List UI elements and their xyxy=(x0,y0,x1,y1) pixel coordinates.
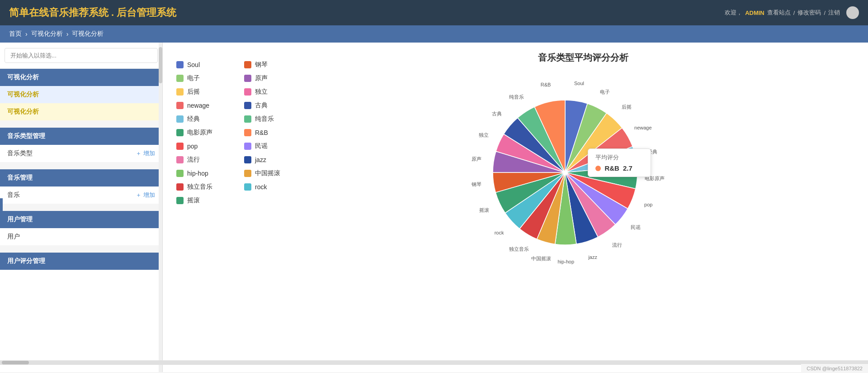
tooltip: 平均评分 R&B 2.7 xyxy=(588,148,651,177)
tooltip-row: R&B 2.7 xyxy=(595,164,643,172)
tooltip-dot xyxy=(595,166,601,171)
sidebar-item-music-type-label: 音乐类型 xyxy=(7,149,33,158)
add-music-button[interactable]: ＋ 增加 xyxy=(136,191,155,199)
legend-label: jazz xyxy=(255,156,266,163)
legend-label: 原声 xyxy=(255,74,268,82)
legend-item: 古典 xyxy=(244,101,294,110)
legend-item: 钢琴 xyxy=(244,61,294,69)
breadcrumb-viz[interactable]: 可视化分析 xyxy=(31,30,63,38)
legend-color xyxy=(244,143,251,150)
legend-item: hip-hop xyxy=(176,169,226,177)
legend-color xyxy=(176,75,184,82)
sidebar-item-user[interactable]: 用户 xyxy=(0,228,162,245)
pie-label: 钢琴 xyxy=(471,182,481,187)
content-area: Soul钢琴电子原声后摇独立newage古典经典纯音乐电影原声R&Bpop民谣流… xyxy=(163,43,868,372)
pie-label: 后摇 xyxy=(622,104,632,110)
legend-color xyxy=(176,143,184,150)
chart-container: 音乐类型平均评分分析 Soul电子后摇newage经典电影原声pop民谣流行ja… xyxy=(312,52,854,272)
legend-item: 后摇 xyxy=(176,88,226,96)
legend-label: 独立 xyxy=(255,88,268,96)
legend-color xyxy=(244,129,251,136)
sidebar-divider-1 xyxy=(0,120,162,128)
change-password-link[interactable]: 修改密码 xyxy=(797,9,821,17)
pie-label: 中国摇滚 xyxy=(531,256,551,261)
pie-label: 古典 xyxy=(492,111,502,116)
pie-label: 独立 xyxy=(479,132,489,138)
pie-label: 电子 xyxy=(600,89,610,95)
legend-label: newage xyxy=(187,102,209,109)
legend-label: rock xyxy=(255,183,267,191)
pie-chart: Soul电子后摇newage经典电影原声pop民谣流行jazzhip-hop中国… xyxy=(466,73,701,272)
horizontal-scrollbar-thumb xyxy=(2,361,29,364)
tooltip-title: 平均评分 xyxy=(595,153,643,162)
legend-item: newage xyxy=(176,101,226,110)
legend-color xyxy=(244,115,251,123)
legend-color xyxy=(176,129,184,136)
sidebar-item-viz-header[interactable]: 可视化分析 xyxy=(0,86,162,103)
tooltip-value: 2.7 xyxy=(623,164,632,172)
legend-label: 纯音乐 xyxy=(255,115,274,123)
legend-label: hip-hop xyxy=(187,170,208,177)
legend-item: R&B xyxy=(244,129,294,137)
breadcrumb: 首页 › 可视化分析 › 可视化分析 xyxy=(0,25,868,43)
main-layout: 可视化分析 可视化分析 可视化分析 音乐类型管理 音乐类型 ＋ 增加 音乐管理 … xyxy=(0,43,868,372)
sidebar-section-music-type: 音乐类型管理 xyxy=(0,128,162,145)
sidebar-collapse-button[interactable]: « xyxy=(0,198,3,216)
chart-title: 音乐类型平均评分分析 xyxy=(538,52,628,64)
sidebar-item-viz-header-label: 可视化分析 xyxy=(7,91,39,99)
pie-label: jazz xyxy=(588,254,597,260)
legend-item: 摇滚 xyxy=(176,196,226,205)
sidebar-scrollbar[interactable] xyxy=(159,43,162,372)
legend-color xyxy=(176,183,184,191)
legend-item: 民谣 xyxy=(244,142,294,150)
legend-item: 经典 xyxy=(176,115,226,123)
legend-color xyxy=(244,183,251,191)
legend-item: 电影原声 xyxy=(176,129,226,137)
legend-label: R&B xyxy=(255,129,268,136)
logout-link[interactable]: 注销 xyxy=(828,9,840,17)
horizontal-scrollbar[interactable] xyxy=(0,360,868,365)
sidebar-section-music: 音乐管理 xyxy=(0,169,162,186)
legend-color xyxy=(176,156,184,163)
add-music-type-button[interactable]: ＋ 增加 xyxy=(136,149,155,158)
legend-item: 独立音乐 xyxy=(176,183,226,191)
theme-toggle-button[interactable]: ◐ xyxy=(846,6,859,19)
sidebar-search-input[interactable] xyxy=(5,48,158,63)
legend-item: 原声 xyxy=(244,74,294,82)
pie-label: hip-hop xyxy=(557,259,574,264)
pie-label: rock xyxy=(495,230,504,235)
legend-color xyxy=(176,115,184,123)
legend-label: 中国摇滚 xyxy=(255,169,280,177)
legend-label: 电子 xyxy=(187,74,200,82)
breadcrumb-home[interactable]: 首页 xyxy=(9,30,22,38)
breadcrumb-current: 可视化分析 xyxy=(72,30,104,38)
legend-color xyxy=(244,170,251,177)
sidebar-divider-4 xyxy=(0,245,162,253)
legend-item: 独立 xyxy=(244,88,294,96)
legend-color xyxy=(176,88,184,96)
pie-label: R&B xyxy=(541,82,551,87)
legend-color xyxy=(176,170,184,177)
legend-label: 古典 xyxy=(255,101,268,110)
legend-label: 经典 xyxy=(187,115,200,123)
sidebar-item-viz[interactable]: 可视化分析 xyxy=(0,103,162,120)
pie-label: 原声 xyxy=(472,156,481,162)
sidebar-item-music[interactable]: 音乐 ＋ 增加 xyxy=(0,186,162,204)
legend-color xyxy=(244,75,251,82)
legend-color xyxy=(244,102,251,109)
sidebar-item-user-label: 用户 xyxy=(7,233,20,241)
legend-label: 独立音乐 xyxy=(187,183,212,191)
legend-label: 后摇 xyxy=(187,88,200,96)
pie-label: 民谣 xyxy=(631,225,641,230)
legend-item: 中国摇滚 xyxy=(244,169,294,177)
view-site-link[interactable]: 查看站点 xyxy=(767,9,791,17)
legend-item: 纯音乐 xyxy=(244,115,294,123)
sidebar-scrollbar-thumb xyxy=(159,47,162,83)
pie-label: 流行 xyxy=(612,242,622,248)
sidebar-item-viz-label: 可视化分析 xyxy=(7,108,39,116)
legend-color xyxy=(176,102,184,109)
legend-item: jazz xyxy=(244,156,294,164)
sidebar-item-music-type[interactable]: 音乐类型 ＋ 增加 xyxy=(0,145,162,162)
legend-color xyxy=(244,88,251,96)
sidebar-search-area xyxy=(0,43,162,69)
